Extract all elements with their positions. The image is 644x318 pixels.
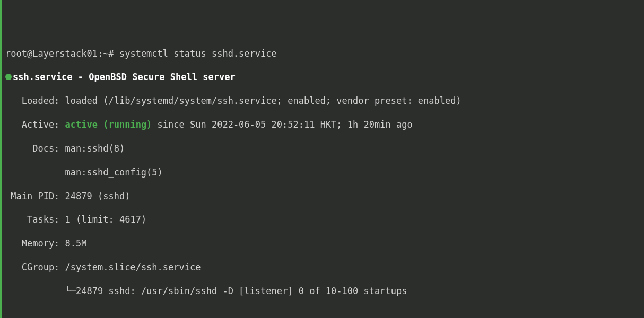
tasks-label: Tasks:	[5, 214, 65, 225]
active-label: Active:	[5, 119, 65, 130]
command-text: systemctl status sshd.service	[119, 48, 277, 59]
cgroup-value: /system.slice/ssh.service	[65, 262, 201, 272]
prompt-line: root@Layerstack01:~# systemctl status ss…	[5, 48, 644, 59]
docs-line-2: man:sshd_config(5)	[5, 166, 644, 178]
loaded-label: Loaded:	[5, 95, 65, 106]
mainpid-value: 24879 (sshd)	[65, 191, 130, 201]
blank-line	[5, 309, 644, 318]
unit-header: ssh.service - OpenBSD Secure Shell serve…	[5, 71, 644, 83]
loaded-line: Loaded: loaded (/lib/systemd/system/ssh.…	[5, 95, 644, 107]
cgroup-tree: └─24879 sshd: /usr/sbin/sshd -D [listene…	[5, 286, 407, 296]
mainpid-label: Main PID:	[5, 191, 65, 201]
memory-value: 8.5M	[65, 238, 87, 249]
status-dot-icon	[5, 74, 12, 80]
tasks-value: 1 (limit: 4617)	[65, 214, 147, 225]
cgroup-tree-line: └─24879 sshd: /usr/sbin/sshd -D [listene…	[5, 285, 644, 297]
memory-line: Memory: 8.5M	[5, 237, 644, 249]
active-since: since Sun 2022-06-05 20:52:11 HKT; 1h 20…	[152, 119, 412, 130]
docs-label: Docs:	[5, 143, 65, 154]
cgroup-label: CGroup:	[5, 262, 65, 272]
mainpid-line: Main PID: 24879 (sshd)	[5, 190, 644, 202]
memory-label: Memory:	[5, 238, 65, 249]
loaded-value: loaded (/lib/systemd/system/ssh.service;…	[65, 95, 462, 106]
docs-value-2: man:sshd_config(5)	[5, 167, 163, 178]
unit-name: ssh.service - OpenBSD Secure Shell serve…	[13, 72, 236, 82]
cgroup-line: CGroup: /system.slice/ssh.service	[5, 261, 644, 273]
active-status: active (running)	[65, 119, 152, 130]
docs-value-1: man:sshd(8)	[65, 143, 125, 154]
tasks-line: Tasks: 1 (limit: 4617)	[5, 214, 644, 225]
shell-prompt: root@Layerstack01:~#	[5, 48, 119, 59]
active-line: Active: active (running) since Sun 2022-…	[5, 119, 644, 130]
docs-line-1: Docs: man:sshd(8)	[5, 143, 644, 154]
terminal-output[interactable]: root@Layerstack01:~# systemctl status ss…	[2, 36, 644, 318]
